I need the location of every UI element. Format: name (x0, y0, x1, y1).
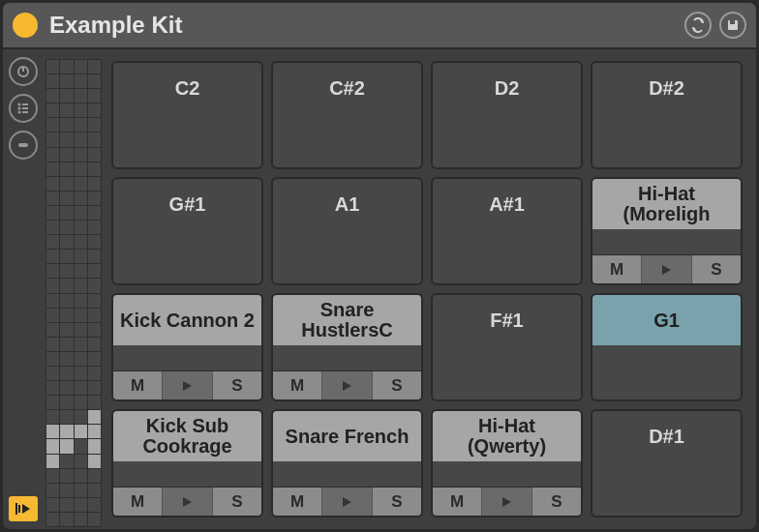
overview-cell[interactable] (60, 118, 74, 133)
overview-grid[interactable] (44, 57, 104, 529)
show-devices-button[interactable] (9, 131, 38, 160)
drum-pad[interactable]: Snare FrenchMS (271, 409, 423, 517)
overview-cell[interactable] (87, 308, 101, 322)
drum-pad[interactable]: F#1MS (431, 293, 583, 401)
overview-cell[interactable] (46, 221, 60, 235)
overview-cell[interactable] (60, 133, 74, 147)
overview-cell[interactable] (74, 235, 87, 250)
overview-cell[interactable] (74, 366, 87, 380)
drum-pad[interactable]: D#1MS (591, 409, 743, 517)
drum-pad[interactable]: Hi-Hat (MorelighMS (591, 177, 743, 285)
overview-cell[interactable] (74, 425, 87, 439)
overview-cell[interactable] (74, 147, 87, 162)
pad-body[interactable] (113, 229, 261, 283)
overview-cell[interactable] (74, 410, 87, 425)
overview-cell[interactable] (46, 396, 60, 410)
overview-cell[interactable] (74, 439, 87, 454)
overview-cell[interactable] (87, 351, 101, 366)
overview-cell[interactable] (74, 133, 87, 147)
overview-cell[interactable] (74, 74, 87, 89)
overview-cell[interactable] (74, 381, 87, 396)
drum-pad[interactable]: A1MS (271, 177, 423, 285)
overview-cell[interactable] (74, 322, 87, 337)
overview-cell[interactable] (60, 147, 74, 162)
overview-cell[interactable] (60, 322, 74, 337)
overview-cell[interactable] (60, 103, 74, 118)
overview-cell[interactable] (60, 454, 74, 468)
overview-cell[interactable] (74, 308, 87, 322)
solo-button[interactable]: S (213, 488, 261, 516)
overview-cell[interactable] (46, 264, 60, 279)
mute-button[interactable]: M (273, 371, 322, 399)
overview-cell[interactable] (87, 468, 101, 483)
overview-cell[interactable] (60, 205, 74, 220)
overview-cell[interactable] (74, 351, 87, 366)
overview-cell[interactable] (87, 366, 101, 380)
overview-cell[interactable] (87, 425, 101, 439)
show-chain-list-button[interactable] (9, 94, 38, 123)
overview-cell[interactable] (74, 221, 87, 235)
pad-body[interactable] (273, 113, 421, 167)
overview-cell[interactable] (74, 279, 87, 293)
overview-cell[interactable] (87, 89, 101, 103)
overview-cell[interactable] (87, 103, 101, 118)
overview-cell[interactable] (46, 366, 60, 380)
overview-cell[interactable] (87, 191, 101, 205)
overview-cell[interactable] (46, 74, 60, 89)
solo-button[interactable]: S (373, 371, 421, 399)
overview-cell[interactable] (46, 381, 60, 396)
overview-cell[interactable] (74, 468, 87, 483)
overview-cell[interactable] (46, 512, 60, 526)
drum-pad[interactable]: A#1MS (431, 177, 583, 285)
pad-body[interactable] (433, 113, 581, 167)
preview-button[interactable] (163, 371, 212, 399)
overview-cell[interactable] (46, 118, 60, 133)
overview-cell[interactable] (87, 133, 101, 147)
overview-cell[interactable] (87, 118, 101, 133)
pad-body[interactable] (592, 229, 741, 254)
pad-body[interactable] (433, 461, 581, 487)
overview-cell[interactable] (46, 439, 60, 454)
overview-cell[interactable] (46, 483, 60, 497)
overview-cell[interactable] (87, 162, 101, 176)
mute-button[interactable]: M (433, 488, 482, 516)
overview-cell[interactable] (46, 468, 60, 483)
drum-pad[interactable]: G#1MS (111, 177, 263, 285)
overview-cell[interactable] (87, 74, 101, 89)
overview-cell[interactable] (60, 483, 74, 497)
overview-cell[interactable] (46, 454, 60, 468)
overview-cell[interactable] (46, 279, 60, 293)
overview-cell[interactable] (46, 103, 60, 118)
preview-button[interactable] (322, 371, 372, 399)
overview-cell[interactable] (87, 205, 101, 220)
overview-cell[interactable] (46, 322, 60, 337)
mute-button[interactable]: M (113, 488, 163, 516)
overview-cell[interactable] (46, 176, 60, 191)
pad-body[interactable] (592, 345, 741, 399)
pad-body[interactable] (113, 113, 261, 167)
overview-cell[interactable] (60, 264, 74, 279)
overview-cell[interactable] (60, 308, 74, 322)
overview-cell[interactable] (87, 176, 101, 191)
mute-button[interactable]: M (273, 488, 322, 516)
pad-body[interactable] (592, 461, 741, 516)
overview-cell[interactable] (74, 497, 87, 512)
save-preset-button[interactable] (719, 12, 746, 39)
overview-cell[interactable] (60, 250, 74, 264)
preview-button[interactable] (642, 255, 691, 283)
overview-cell[interactable] (87, 454, 101, 468)
overview-cell[interactable] (60, 425, 74, 439)
overview-cell[interactable] (87, 396, 101, 410)
overview-cell[interactable] (60, 60, 74, 74)
overview-cell[interactable] (87, 235, 101, 250)
solo-button[interactable]: S (692, 255, 741, 283)
drum-pad[interactable]: C2MS (111, 61, 263, 169)
solo-button[interactable]: S (532, 488, 581, 516)
overview-cell[interactable] (60, 396, 74, 410)
overview-cell[interactable] (46, 147, 60, 162)
device-title[interactable]: Example Kit (49, 12, 684, 39)
pad-body[interactable] (273, 229, 421, 283)
drum-pad[interactable]: Snare HustlersCMS (271, 293, 423, 401)
overview-cell[interactable] (60, 351, 74, 366)
overview-cell[interactable] (60, 497, 74, 512)
